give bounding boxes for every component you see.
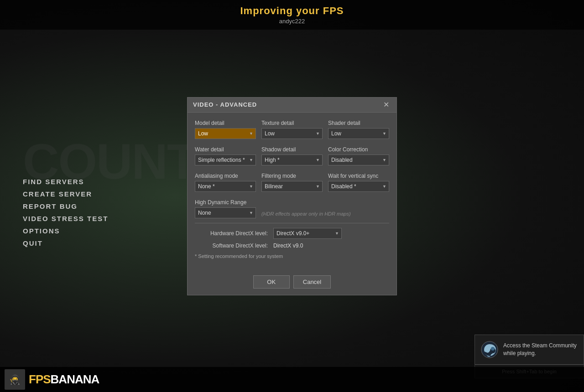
texture-detail-label: Texture detail: [261, 120, 323, 126]
form-row-1: Model detail Low Medium High Texture det…: [195, 120, 389, 139]
hardware-directx-label: Hardware DirectX level:: [195, 230, 268, 237]
shader-detail-group: Shader detail Low Medium High: [328, 120, 389, 139]
filtering-select[interactable]: Bilinear Trilinear Anisotropic 2X Anisot…: [261, 181, 323, 192]
software-directx-value: DirectX v9.0: [273, 242, 303, 249]
software-directx-row: Software DirectX level: DirectX v9.0: [195, 242, 389, 249]
color-correction-label: Color Correction: [328, 146, 389, 153]
hdr-note-cell: (HDR effects appear only in HDR maps): [261, 199, 389, 218]
antialiasing-group: Antialiasing mode None * 2X MSAA 4X MSAA…: [195, 173, 256, 192]
water-detail-wrapper: Simple reflections * No reflections Refl…: [195, 155, 256, 165]
water-detail-label: Water detail: [195, 146, 256, 153]
shadow-detail-wrapper: High * Low Medium High: [261, 155, 323, 165]
hardware-directx-wrapper: DirectX v9.0+: [273, 228, 342, 239]
shadow-detail-group: Shadow detail High * Low Medium High: [261, 146, 323, 165]
ok-button[interactable]: OK: [253, 275, 290, 289]
texture-detail-select[interactable]: Low Medium High: [261, 128, 323, 139]
model-detail-group: Model detail Low Medium High: [195, 120, 256, 139]
filtering-label: Filtering mode: [261, 173, 323, 179]
hdr-row: High Dynamic Range None LDR Full (HDR ef…: [195, 199, 389, 218]
vsync-select[interactable]: Disabled * Enabled: [328, 181, 389, 192]
vsync-wrapper: Disabled * Enabled: [328, 181, 389, 192]
close-button[interactable]: ✕: [381, 101, 391, 108]
color-correction-group: Color Correction Disabled Enabled: [328, 146, 389, 165]
shader-detail-select[interactable]: Low Medium High: [328, 128, 389, 139]
shadow-detail-label: Shadow detail: [261, 146, 323, 153]
hdr-note: (HDR effects appear only in HDR maps): [261, 209, 351, 217]
hardware-directx-select[interactable]: DirectX v9.0+: [273, 228, 342, 239]
vsync-group: Wait for vertical sync Disabled * Enable…: [328, 173, 389, 192]
antialiasing-wrapper: None * 2X MSAA 4X MSAA 8X MSAA: [195, 181, 256, 192]
software-directx-label: Software DirectX level:: [195, 242, 268, 249]
antialiasing-label: Antialiasing mode: [195, 173, 256, 179]
shader-detail-label: Shader detail: [328, 120, 389, 126]
model-detail-label: Model detail: [195, 120, 256, 126]
color-correction-wrapper: Disabled Enabled: [328, 155, 389, 165]
texture-detail-wrapper: Low Medium High: [261, 128, 323, 139]
texture-detail-group: Texture detail Low Medium High: [261, 120, 323, 139]
hdr-wrapper: None LDR Full: [195, 207, 256, 218]
model-detail-select[interactable]: Low Medium High: [195, 128, 256, 139]
dialog-body: Model detail Low Medium High Texture det…: [188, 113, 396, 271]
filtering-wrapper: Bilinear Trilinear Anisotropic 2X Anisot…: [261, 181, 323, 192]
color-correction-select[interactable]: Disabled Enabled: [328, 155, 389, 165]
shader-detail-wrapper: Low Medium High: [328, 128, 389, 139]
filtering-group: Filtering mode Bilinear Trilinear Anisot…: [261, 173, 323, 192]
modal-overlay: VIDEO - ADVANCED ✕ Model detail Low Medi…: [0, 0, 584, 392]
water-detail-select[interactable]: Simple reflections * No reflections Refl…: [195, 155, 256, 165]
model-detail-wrapper: Low Medium High: [195, 128, 256, 139]
hdr-select[interactable]: None LDR Full: [195, 207, 256, 218]
dialog-divider: [195, 223, 389, 223]
footnote: * Setting recommended for your system: [195, 253, 389, 259]
dialog-header: VIDEO - ADVANCED ✕: [188, 98, 396, 113]
video-advanced-dialog: VIDEO - ADVANCED ✕ Model detail Low Medi…: [187, 97, 397, 295]
form-row-2: Water detail Simple reflections * No ref…: [195, 146, 389, 165]
water-detail-group: Water detail Simple reflections * No ref…: [195, 146, 256, 165]
form-row-3: Antialiasing mode None * 2X MSAA 4X MSAA…: [195, 173, 389, 192]
vsync-label: Wait for vertical sync: [328, 173, 389, 179]
hdr-group: High Dynamic Range None LDR Full: [195, 199, 256, 218]
cancel-button[interactable]: Cancel: [293, 275, 331, 289]
directx-section: Hardware DirectX level: DirectX v9.0+ So…: [195, 228, 389, 249]
antialiasing-select[interactable]: None * 2X MSAA 4X MSAA 8X MSAA: [195, 181, 256, 192]
dialog-title: VIDEO - ADVANCED: [193, 101, 257, 108]
dialog-footer: OK Cancel: [188, 271, 396, 295]
shadow-detail-select[interactable]: High * Low Medium High: [261, 155, 323, 165]
hdr-label: High Dynamic Range: [195, 199, 256, 206]
hardware-directx-row: Hardware DirectX level: DirectX v9.0+: [195, 228, 389, 239]
